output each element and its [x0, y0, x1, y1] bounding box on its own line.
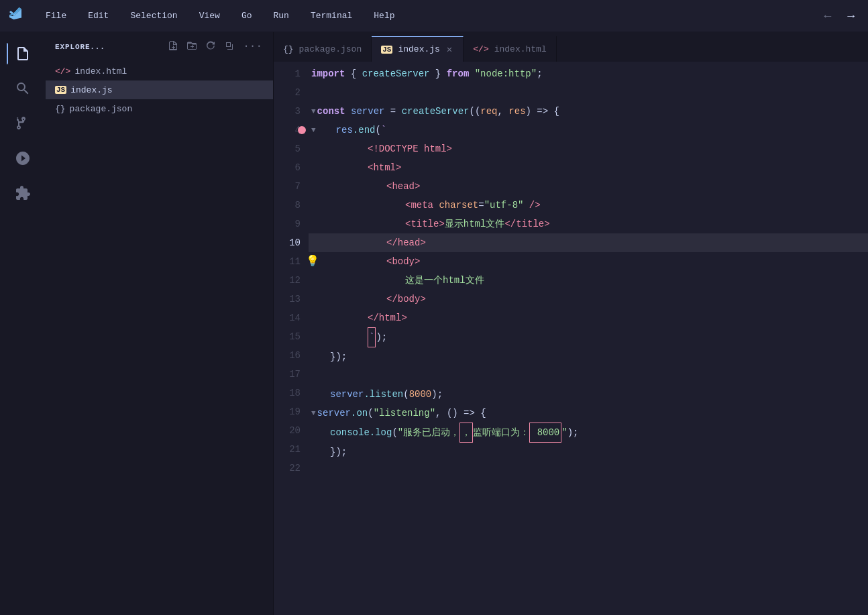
collapse-all-icon[interactable] — [223, 39, 236, 56]
method-log: .log — [370, 423, 392, 442]
tab-label-index-js: index.js — [398, 44, 439, 54]
tag-meta: <meta — [405, 196, 439, 215]
code-line-13: </body> — [309, 290, 868, 309]
activity-bar — [0, 32, 46, 615]
line-numbers: 1 2 3 4 5 6 7 8 9 10 11 12 13 14 15 16 1… — [274, 62, 309, 615]
debug-icon[interactable] — [7, 142, 39, 174]
var-server: server — [351, 102, 384, 121]
code-line-7: <head> — [309, 177, 868, 196]
fn-createServer-2: createServer — [402, 102, 470, 121]
sidebar-item-package-json[interactable]: {} package.json — [46, 99, 273, 118]
code-line-10: </head> — [309, 233, 868, 252]
tab-label-index-html: index.html — [494, 44, 547, 54]
menu-view[interactable]: View — [195, 8, 224, 23]
code-line-18: server .listen ( 8000 ); — [309, 385, 868, 404]
tab-label-package-json: package.json — [299, 44, 362, 54]
tab-close-index-js[interactable]: ✕ — [445, 44, 453, 55]
breakpoint-4 — [298, 126, 306, 134]
code-line-15: ` ); — [309, 327, 868, 347]
menu-help[interactable]: Help — [370, 8, 398, 23]
fold-icon-19[interactable]: ▼ — [311, 404, 316, 423]
tag-html-open: <html> — [368, 158, 401, 177]
menu-terminal[interactable]: Terminal — [307, 8, 356, 23]
code-line-14: </html> — [309, 309, 868, 327]
sidebar-item-index-js[interactable]: JS index.js — [46, 80, 273, 99]
menu-file[interactable]: File — [42, 8, 70, 23]
json-file-icon: {} — [55, 104, 66, 114]
code-line-11: 💡 <body> — [309, 252, 868, 271]
tab-index-js[interactable]: JS index.js ✕ — [372, 36, 464, 62]
menu-run[interactable]: Run — [269, 8, 292, 23]
code-line-21: }); — [309, 443, 868, 461]
code-line-17 — [309, 366, 868, 385]
back-arrow-icon[interactable]: ← — [818, 7, 836, 25]
code-line-8: <meta charset = "utf-8" /> — [309, 196, 868, 215]
code-line-2 — [309, 83, 868, 102]
code-line-4: ▼ res .end ( ` — [309, 121, 868, 139]
code-line-3: ▼ const server = createServer (( req , r… — [309, 102, 868, 121]
editor-area: {} package.json JS index.js ✕ </> index.… — [274, 32, 868, 615]
source-control-icon[interactable] — [7, 107, 39, 139]
new-file-icon[interactable] — [166, 39, 180, 56]
keyword-import: import — [311, 64, 345, 83]
tab-index-html[interactable]: </> index.html — [464, 36, 556, 62]
tag-body-close: </body> — [386, 290, 426, 309]
code-editor[interactable]: 1 2 3 4 5 6 7 8 9 10 11 12 13 14 15 16 1… — [274, 62, 868, 615]
str-console-end: " — [561, 423, 567, 442]
fold-icon-4[interactable]: ▼ — [311, 121, 316, 139]
var-server-19: server — [317, 404, 351, 423]
tag-head-open: <head> — [386, 177, 420, 196]
code-line-20: console .log ( "服务已启动， ， 监听端口为： 8000 " )… — [309, 423, 868, 443]
search-icon[interactable] — [7, 72, 39, 105]
keyword-from: from — [447, 64, 470, 83]
str-node-http: "node:http" — [475, 64, 537, 83]
param-req: req — [480, 102, 497, 121]
menu-selection[interactable]: Selection — [126, 8, 181, 23]
attr-val-utf8: "utf-8" — [484, 196, 524, 215]
fold-icon-3[interactable]: ▼ — [311, 102, 316, 121]
body-text: 这是一个html文件 — [405, 271, 484, 290]
str-console-msg-num: 8000 — [529, 423, 561, 443]
file-name-package-json: package.json — [70, 104, 133, 114]
tag-title-close: </title> — [504, 215, 549, 233]
vscode-logo-icon — [8, 6, 23, 25]
str-console-msg: "服务已启动， — [398, 423, 459, 442]
menu-edit[interactable]: Edit — [84, 8, 113, 23]
extensions-icon[interactable] — [7, 177, 39, 209]
explorer-icon[interactable] — [7, 38, 39, 70]
forward-arrow-icon[interactable]: → — [842, 7, 860, 25]
tag-html-close: </html> — [368, 309, 407, 327]
main-layout: EXPLORE... — [0, 32, 868, 615]
js-file-icon: JS — [55, 86, 66, 94]
title-text: 显示html文件 — [445, 215, 505, 233]
str-console-msg-2: 监听端口为： — [473, 423, 529, 442]
code-line-19: ▼ server .on ( "listening" , () => { — [309, 404, 868, 423]
template-end: ` — [368, 327, 376, 347]
file-name-index-html: index.html — [74, 66, 127, 76]
sidebar-title: EXPLORE... — [55, 43, 105, 51]
var-server-18: server — [330, 385, 364, 404]
code-line-1: import { createServer } from "node:http"… — [309, 64, 868, 83]
menu-bar: File Edit Selection View Go Run Terminal… — [0, 0, 868, 32]
refresh-icon[interactable] — [204, 39, 217, 56]
tab-bar: {} package.json JS index.js ✕ </> index.… — [274, 32, 868, 62]
more-options-icon[interactable]: ··· — [241, 39, 264, 56]
tag-body-open: <body> — [386, 252, 420, 271]
num-8000: 8000 — [409, 385, 432, 404]
new-folder-icon[interactable] — [185, 39, 199, 56]
console-obj: console — [330, 423, 370, 442]
code-line-5: <!DOCTYPE html> — [309, 139, 868, 158]
keyword-const: const — [317, 102, 345, 121]
tab-html-icon: </> — [473, 44, 488, 54]
tab-package-json[interactable]: {} package.json — [274, 36, 372, 62]
tab-json-icon: {} — [283, 44, 294, 54]
var-res-4: res — [336, 121, 353, 139]
str-listening: "listening" — [374, 404, 435, 423]
sidebar-item-index-html[interactable]: </> index.html — [46, 62, 273, 80]
menu-go[interactable]: Go — [237, 8, 256, 23]
lightbulb-icon[interactable]: 💡 — [306, 252, 319, 271]
str-console-msg-mid: ， — [459, 423, 473, 443]
tag-title-open: <title> — [405, 215, 445, 233]
sidebar: EXPLORE... — [46, 32, 274, 615]
code-content: import { createServer } from "node:http"… — [309, 62, 868, 615]
